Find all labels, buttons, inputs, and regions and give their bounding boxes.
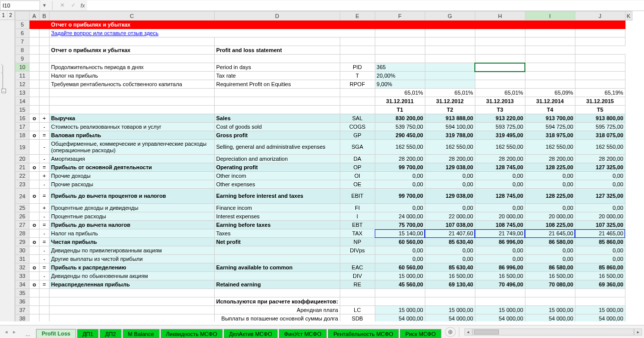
row-header[interactable]: 36 (16, 297, 30, 306)
value-cell[interactable]: 20 000,00 (525, 212, 575, 221)
line-label-en[interactable]: Operating profit (215, 163, 340, 172)
value-cell[interactable]: 20 000,00 (475, 212, 525, 221)
line-code[interactable]: SGA (340, 140, 375, 155)
value-cell[interactable]: 0,00 (475, 246, 525, 255)
row-header[interactable]: 27 (16, 221, 30, 229)
active-cell[interactable] (475, 63, 525, 72)
period-header[interactable]: T5 (575, 106, 625, 114)
value-cell[interactable]: 16 500,00 (525, 272, 575, 280)
param-value[interactable]: 365 (375, 63, 425, 72)
value-cell[interactable]: 0,00 (475, 204, 525, 212)
col-E[interactable]: E (340, 12, 375, 21)
row-header[interactable]: 14 (16, 97, 30, 106)
outline-mark[interactable]: o (30, 189, 40, 204)
line-code[interactable]: SAL (340, 114, 375, 123)
row-header[interactable]: 21 (16, 163, 30, 172)
value-cell[interactable]: 595 725,00 (575, 123, 625, 131)
pct-value[interactable]: 65,01% (425, 89, 475, 97)
outline-mark[interactable] (30, 255, 40, 263)
sign-mark[interactable]: + (40, 204, 50, 212)
value-cell[interactable]: 0,00 (425, 172, 475, 180)
scroll-track[interactable] (472, 328, 634, 335)
row-header[interactable]: 26 (16, 212, 30, 221)
value-cell[interactable]: 85 630,40 (425, 263, 475, 272)
col-A[interactable]: A (30, 12, 40, 21)
outline-level-1[interactable]: 1 (0, 11, 8, 20)
outline-mark[interactable] (30, 229, 40, 238)
value-cell[interactable]: 15 140,00 (375, 229, 425, 238)
param-value[interactable]: 20,00% (375, 72, 425, 80)
line-label-en[interactable]: Other expenses (215, 180, 340, 189)
row-header[interactable]: 35 (16, 289, 30, 297)
period-header[interactable]: T4 (525, 106, 575, 114)
line-label-ru[interactable]: Налог на прибыль (50, 229, 215, 238)
value-cell[interactable]: 129 038,00 (425, 163, 475, 172)
value-cell[interactable]: 128 225,00 (525, 189, 575, 204)
line-label-en[interactable]: Selling, general and administrative expe… (215, 140, 340, 155)
feedback-link[interactable]: Задайте вопрос или оставьте отзыв здесь (50, 29, 375, 38)
date-header[interactable]: 31.12.2011 (375, 97, 425, 106)
value-cell[interactable]: 162 550,00 (375, 140, 425, 155)
value-cell[interactable]: 86 996,00 (475, 263, 525, 272)
line-label-ru[interactable]: Прочие расходы (50, 180, 215, 189)
value-cell[interactable]: 0,00 (525, 255, 575, 263)
outline-mark[interactable]: o (30, 221, 40, 229)
value-cell[interactable]: 0,00 (575, 172, 625, 180)
param-label-en[interactable]: Period in days (215, 63, 340, 72)
value-cell[interactable]: 85 860,00 (575, 263, 625, 272)
value-cell[interactable]: 21 749,00 (475, 229, 525, 238)
value-cell[interactable]: 0,00 (525, 180, 575, 189)
param-label-ru[interactable]: Продолжительность периода в днях (50, 63, 215, 72)
line-label-ru[interactable]: Другие выплаты из чистой прибыли (50, 255, 215, 263)
sheet-tab[interactable]: ДП1 (77, 329, 99, 339)
outline-mark[interactable] (30, 180, 40, 189)
col-F[interactable]: F (375, 12, 425, 21)
sign-mark[interactable]: - (40, 180, 50, 189)
col-I[interactable]: I (525, 12, 575, 21)
value-cell[interactable]: 86 580,00 (525, 263, 575, 272)
sheet-tab[interactable]: ДП2 (100, 329, 121, 339)
line-label-en[interactable] (215, 255, 340, 263)
line-label-ru[interactable]: Чистая прибыль (50, 238, 215, 246)
value-cell[interactable]: 85 860,00 (575, 238, 625, 246)
value-cell[interactable]: 319 495,00 (475, 131, 525, 140)
col-B[interactable]: B (40, 12, 50, 21)
cell[interactable] (40, 21, 50, 29)
outline-collapse-icon[interactable]: − (2, 89, 6, 93)
value-cell[interactable]: 318 975,00 (525, 131, 575, 140)
value-cell[interactable]: 0,00 (525, 172, 575, 180)
value-cell[interactable]: 913 700,00 (525, 114, 575, 123)
spreadsheet-grid[interactable]: A B C D E F G H I J K 5Отчет о прибылях … (15, 11, 644, 321)
row-header[interactable]: 11 (16, 72, 30, 80)
param-label-ru[interactable]: Требуемая рентабельность собственного ка… (50, 80, 215, 89)
outline-mark[interactable]: o (30, 163, 40, 172)
value-cell[interactable]: 28 200,00 (475, 155, 525, 163)
line-label-ru[interactable]: Нераспределенная прибыль (50, 280, 215, 289)
tab-nav-next-icon[interactable]: ▸ (11, 328, 18, 336)
line-code[interactable]: NP (340, 238, 375, 246)
value-cell[interactable]: 60 560,00 (375, 238, 425, 246)
footer-label[interactable]: Арендная плата (215, 306, 340, 314)
value-cell[interactable]: 0,00 (425, 180, 475, 189)
line-code[interactable]: EBIT (340, 189, 375, 204)
value-cell[interactable]: 127 325,00 (575, 189, 625, 204)
line-label-en[interactable]: Net profit (215, 238, 340, 246)
sign-mark[interactable]: - (40, 272, 50, 280)
outline-mark[interactable] (30, 204, 40, 212)
sign-mark[interactable]: - (40, 229, 50, 238)
line-label-en[interactable]: Cost of goods sold (215, 123, 340, 131)
value-cell[interactable]: 108 225,00 (525, 221, 575, 229)
value-cell[interactable]: 128 745,00 (475, 163, 525, 172)
line-label-en[interactable] (215, 272, 340, 280)
line-label-en[interactable]: Sales (215, 114, 340, 123)
value-cell[interactable]: 21 645,00 (525, 229, 575, 238)
row-header[interactable]: 32 (16, 263, 30, 272)
horizontal-scrollbar[interactable]: ◂ ▸ (462, 328, 644, 335)
footer-value[interactable]: 54 000,00 (575, 314, 625, 322)
line-code[interactable]: OE (340, 180, 375, 189)
row-header[interactable]: 28 (16, 229, 30, 238)
row-header[interactable]: 9 (16, 55, 30, 63)
value-cell[interactable]: 69 130,40 (425, 280, 475, 289)
footer-value[interactable]: 54 000,00 (475, 314, 525, 322)
sign-mark[interactable]: = (40, 263, 50, 272)
